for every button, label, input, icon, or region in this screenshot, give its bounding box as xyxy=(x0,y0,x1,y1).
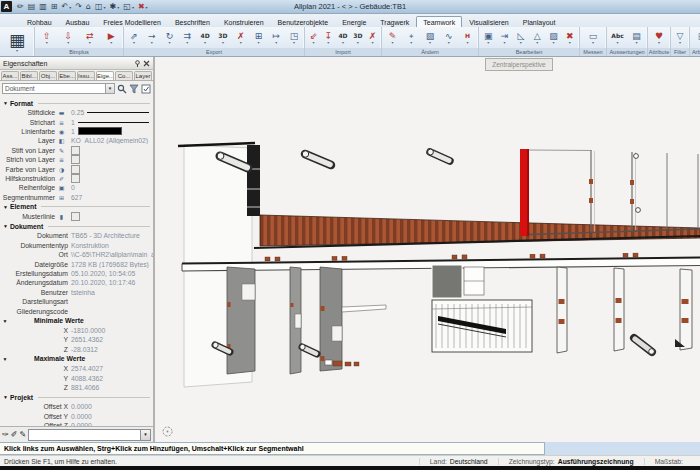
report-abc-icon[interactable]: Abc▾ xyxy=(608,31,627,45)
ribbon-tab-energie[interactable]: Energie xyxy=(335,16,373,27)
property-row-segmentnummer: Segmentnummer⊞627 xyxy=(0,193,153,202)
export-sketch-icon[interactable]: ✗▾ xyxy=(232,31,250,45)
modify-pattern-icon[interactable]: ▧▾ xyxy=(421,31,440,45)
filter-icon[interactable]: ▽▾ xyxy=(672,31,688,45)
delete-icon[interactable]: ✖▾ xyxy=(562,31,578,45)
export-print-icon[interactable]: ⊞▾ xyxy=(250,31,268,45)
copy-icon[interactable]: ▣▾ xyxy=(480,31,496,45)
status-field-massstab[interactable]: Maßstab: xyxy=(644,458,696,465)
bimplus-download-icon[interactable]: ⇩▾ xyxy=(58,31,80,45)
save-icon[interactable]: ▥ xyxy=(39,2,47,11)
report-list-icon[interactable]: ▤▾ xyxy=(627,31,646,45)
palette-tabs: Ass...Bibl...Obj...Ebe...Issu...Eige...C… xyxy=(0,70,153,80)
import-bimplus-icon[interactable]: ⇙▾ xyxy=(306,31,321,45)
ribbon-tab-rohbau[interactable]: Rohbau xyxy=(20,16,59,27)
match-format-icon[interactable]: ✐ xyxy=(11,430,18,439)
export-transfer-icon[interactable]: →▾ xyxy=(143,31,161,45)
ribbon-tab-visualisieren[interactable]: Visualisieren xyxy=(462,16,516,27)
ribbon-tab-benutzerobjekte[interactable]: Benutzerobjekte xyxy=(271,16,336,27)
modify-spline-icon[interactable]: ∿▾ xyxy=(439,31,458,45)
ribbon-tab-beschriften[interactable]: Beschriften xyxy=(168,16,217,27)
close-icon[interactable] xyxy=(143,60,150,67)
import-3ds-icon[interactable]: 3D▾ xyxy=(350,31,365,45)
modify-pen-icon[interactable]: ✎▾ xyxy=(383,31,402,45)
palette-tab-ebe[interactable]: Ebe... xyxy=(58,71,76,80)
export-file-icon[interactable]: ⇗▾ xyxy=(125,31,143,45)
export-3ds-icon[interactable]: 3D▾ xyxy=(214,31,232,45)
measure-icon[interactable]: ▭▾ xyxy=(581,31,605,45)
helper-construction-icon: ✐ xyxy=(55,175,68,182)
ribbon-tab-tragwerk[interactable]: Tragwerk xyxy=(373,16,416,27)
section-header-dokument[interactable]: ▼Dokument xyxy=(0,221,153,231)
palette-tab-ass[interactable]: Ass... xyxy=(1,71,19,80)
subsection-header-maximale-werte[interactable]: ▼Maximale Werte xyxy=(0,354,153,364)
components-icon[interactable]: ◫▾ xyxy=(95,2,106,11)
import-download-icon[interactable]: ↧▾ xyxy=(321,31,336,45)
search-icon[interactable] xyxy=(117,84,127,94)
property-row-y: Y2651.4362 xyxy=(0,335,153,344)
new-document-icon[interactable]: ✏ xyxy=(17,2,24,11)
property-row-erstellungsdatum: Erstellungsdatum05.10.2020, 10:54:05 xyxy=(0,269,153,278)
align-icon[interactable]: ⇥▾ xyxy=(496,31,512,45)
select-icon[interactable]: ▨▾ xyxy=(545,31,561,45)
section-header-projekt[interactable]: ▼Projekt xyxy=(0,392,153,402)
filter-icon[interactable] xyxy=(129,84,139,94)
bimplus-upload-icon[interactable]: ⇧▾ xyxy=(36,31,58,45)
color-layer-icon: ◑ xyxy=(55,166,68,173)
ribbon-tab-konstruieren[interactable]: Konstruieren xyxy=(217,16,271,27)
drawing-canvas[interactable]: Zentralperspektive xyxy=(155,57,700,442)
palette-titlebar: Eigenschaften xyxy=(0,57,153,70)
chamfer-icon[interactable]: ◺▾ xyxy=(513,31,529,45)
export-batch-icon[interactable]: ⇉▾ xyxy=(178,31,196,45)
palette-tab-co[interactable]: Co... xyxy=(115,71,133,80)
palette-tab-obj[interactable]: Obj... xyxy=(39,71,57,80)
export-pipeline-icon[interactable]: ↦▾ xyxy=(267,31,285,45)
ribbon-tab-planlayout[interactable]: Planlayout xyxy=(516,16,563,27)
drawing-file-button[interactable]: ▦▾ xyxy=(0,27,35,56)
redo-icon[interactable]: ↷ xyxy=(75,2,82,11)
import-cancel-icon[interactable]: ✗▾ xyxy=(365,31,380,45)
status-field-zeichnungstyp[interactable]: Zeichnungstyp: Ausführungszeichnung xyxy=(498,458,644,465)
modify-height-icon[interactable]: H▾ xyxy=(458,31,477,45)
section-header-element[interactable]: ▼Element xyxy=(0,202,153,212)
palette-tab-bibl[interactable]: Bibl... xyxy=(20,71,38,80)
status-field-land[interactable]: Land: Deutschland xyxy=(419,458,498,465)
undo-icon[interactable]: ↶▾ xyxy=(62,2,72,11)
import-4d-icon[interactable]: 4D▾ xyxy=(336,31,351,45)
pin-icon[interactable] xyxy=(134,60,141,67)
settings-icon[interactable]: ✱▾ xyxy=(110,2,120,11)
bimplus-issues-icon[interactable]: ▶▾ xyxy=(101,31,123,45)
close-doc-icon[interactable]: ✖▾ xyxy=(138,2,148,11)
property-row-linienfarbe: Linienfarbe◉1 xyxy=(0,127,153,136)
property-row-ort: Ort\\C-65\THR2\allplan\main_ac xyxy=(0,250,153,259)
apply-format-icon[interactable]: ✑ xyxy=(2,430,9,439)
palette-tab-layer[interactable]: Layer xyxy=(134,71,152,80)
section-header-format[interactable]: ▼Format xyxy=(0,98,153,108)
subsection-header-minimale-werte[interactable]: ▼Minimale Werte xyxy=(0,316,153,326)
bimplus-sync-icon[interactable]: ⇄▾ xyxy=(79,31,101,45)
ribbon-tab-teamwork[interactable]: Teamwork xyxy=(416,16,462,27)
quick-access-toolbar: ✏▤▥⊞↶▾↷⌂◫▾✱▾◱▾✖▾ xyxy=(15,1,150,13)
export-package-icon[interactable]: ◳▾ xyxy=(285,31,303,45)
modify-add-icon[interactable]: +▾ xyxy=(402,31,421,45)
attributes-icon[interactable]: ♥▾ xyxy=(649,31,669,45)
export-4d-icon[interactable]: 4D▾ xyxy=(196,31,214,45)
ribbon-tab-ausbau[interactable]: Ausbau xyxy=(59,16,97,27)
palette-tab-issu[interactable]: Issu... xyxy=(77,71,95,80)
ribbon-tab-freies-modellieren[interactable]: Freies Modellieren xyxy=(96,16,168,27)
modify-format-icon[interactable]: ✎ xyxy=(19,430,26,439)
mirror-icon[interactable]: △▾ xyxy=(529,31,545,45)
attribute-input[interactable]: ▼ xyxy=(28,429,151,441)
window-icon[interactable]: ◱▾ xyxy=(123,2,134,11)
export-update-icon[interactable]: ↻▾ xyxy=(161,31,179,45)
allplan-logo[interactable]: A xyxy=(1,1,12,12)
open-icon[interactable]: ▤ xyxy=(28,2,36,11)
home-icon[interactable]: ⌂ xyxy=(86,2,91,11)
palette-tab-eige[interactable]: Eige... xyxy=(96,71,114,80)
scope-select[interactable]: Dokument ▼ xyxy=(2,83,115,94)
edit-list-icon[interactable] xyxy=(141,84,151,94)
view-label[interactable]: Zentralperspektive xyxy=(485,58,553,71)
print-icon[interactable]: ⊞ xyxy=(51,2,58,11)
workspace-icon[interactable]: ◰▾ xyxy=(691,31,700,45)
checkbox xyxy=(71,146,80,155)
